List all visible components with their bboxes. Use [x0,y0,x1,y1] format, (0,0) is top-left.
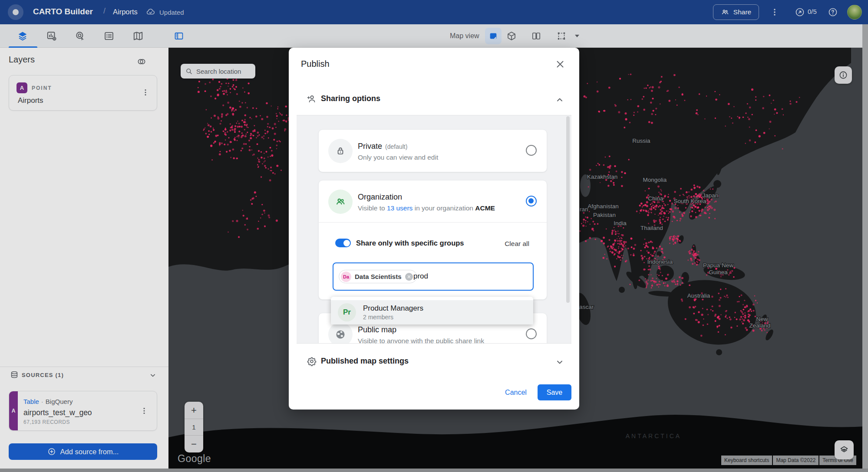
organization-option-title: Organization [358,193,402,202]
globe-icon [335,329,346,340]
group-suggestion-item[interactable]: Pr Product Managers 2 members [331,300,533,324]
group-suggestions-dropdown: Pr Product Managers 2 members [331,297,533,324]
gear-icon [306,356,317,367]
chip-avatar: Da [341,272,351,282]
lock-icon [335,145,346,157]
close-icon[interactable] [554,59,566,70]
cancel-button[interactable]: Cancel [500,385,532,400]
lock-icon-wrap [328,139,353,163]
modal-scrollbar[interactable] [566,116,570,303]
public-radio[interactable] [526,328,537,339]
organization-name: ACME [475,204,495,212]
private-radio[interactable] [526,145,537,156]
suggestion-name: Product Managers [363,304,423,313]
publish-modal: Publish Sharing options Private(default)… [289,48,579,410]
save-button[interactable]: Save [538,384,571,400]
published-settings-header[interactable]: Published map settings [321,357,409,366]
organization-option-card[interactable]: Organization Visible to 13 users in your… [318,180,547,300]
chip-label: Data Scientists [355,273,402,280]
group-chip: Da Data Scientists [339,270,417,283]
private-option-card[interactable]: Private(default) Only you can view and e… [318,129,547,172]
globe-icon-wrap [328,322,353,344]
organization-option-desc: Visible to 13 users in your organization… [358,204,495,212]
group-search-text[interactable]: prod [413,272,428,281]
specific-groups-label: Share only with specific groups [356,239,464,247]
suggestion-members: 2 members [363,313,423,321]
clear-all-link[interactable]: Clear all [505,240,529,248]
organization-radio[interactable] [526,196,537,206]
private-option-title: Private(default) [358,142,407,151]
private-default-suffix: (default) [385,143,407,150]
carto-builder-app: CARTO Builder / Airports Updated Share 0… [0,0,868,472]
chevron-down-icon[interactable] [554,357,565,367]
organization-icon-wrap [328,190,353,214]
suggestion-avatar: Pr [338,303,356,321]
public-option-title: Public map [358,325,396,334]
person-add-icon [306,93,317,105]
public-option-desc: Visible to anyone with the public share … [358,337,484,344]
suggestion-texts: Product Managers 2 members [363,304,423,321]
modal-title: Publish [301,59,330,69]
chevron-up-icon[interactable] [554,95,565,105]
sharing-options-scroll-area[interactable]: Private(default) Only you can view and e… [297,115,571,344]
sharing-options-header[interactable]: Sharing options [321,94,380,103]
organization-people-icon [335,196,346,207]
specific-groups-toggle[interactable] [335,239,351,247]
users-count-link[interactable]: 13 users [387,204,413,212]
groups-chips-input[interactable]: Da Data Scientists prod [333,262,534,291]
private-option-desc: Only you can view and edit [358,154,438,161]
card-divider [319,222,548,223]
chip-remove-icon[interactable] [405,273,413,281]
